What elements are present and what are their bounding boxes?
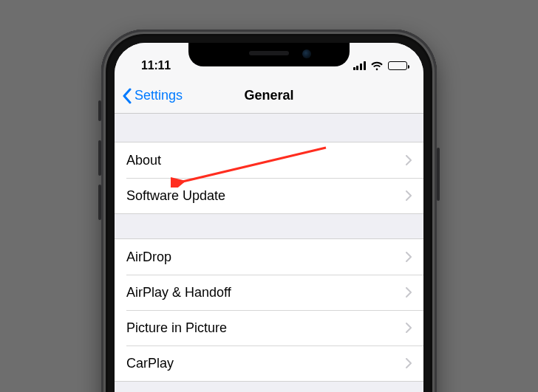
row-label: About — [126, 153, 406, 168]
back-button[interactable]: Settings — [115, 88, 183, 104]
back-label: Settings — [134, 88, 183, 103]
chevron-right-icon — [406, 358, 412, 368]
settings-group: AirDrop AirPlay & Handoff Picture in Pic… — [115, 238, 423, 382]
row-label: AirPlay & Handoff — [126, 285, 406, 300]
cellular-signal-icon — [353, 61, 366, 70]
settings-group: About Software Update — [115, 142, 423, 214]
volume-up-button — [98, 140, 101, 176]
chevron-right-icon — [406, 190, 412, 201]
settings-content[interactable]: About Software Update AirDrop AirPlay & … — [115, 114, 423, 392]
row-airplay-handoff[interactable]: AirPlay & Handoff — [115, 275, 423, 310]
row-label: Picture in Picture — [126, 320, 406, 336]
row-label: Software Update — [126, 188, 406, 204]
power-button — [437, 148, 440, 201]
nav-bar: Settings General — [115, 78, 423, 114]
front-camera — [302, 49, 311, 58]
row-about[interactable]: About — [115, 142, 423, 178]
row-picture-in-picture[interactable]: Picture in Picture — [115, 310, 423, 345]
status-time: 11:11 — [141, 59, 171, 72]
chevron-right-icon — [406, 323, 412, 333]
chevron-right-icon — [406, 287, 412, 298]
row-airdrop[interactable]: AirDrop — [115, 239, 423, 275]
row-label: AirDrop — [126, 250, 406, 265]
status-icons — [353, 61, 407, 71]
chevron-left-icon — [122, 88, 132, 104]
row-carplay[interactable]: CarPlay — [115, 345, 423, 381]
phone-frame: 11:11 Settings General Abou — [101, 30, 437, 392]
wifi-icon — [370, 61, 384, 71]
chevron-right-icon — [406, 252, 412, 262]
battery-icon — [388, 61, 407, 70]
volume-down-button — [98, 185, 101, 220]
notch — [188, 43, 350, 66]
chevron-right-icon — [406, 155, 412, 165]
speaker-grille — [249, 51, 289, 55]
row-label: CarPlay — [126, 356, 406, 371]
row-software-update[interactable]: Software Update — [115, 178, 423, 213]
mute-switch — [98, 100, 101, 121]
phone-screen: 11:11 Settings General Abou — [115, 43, 423, 392]
